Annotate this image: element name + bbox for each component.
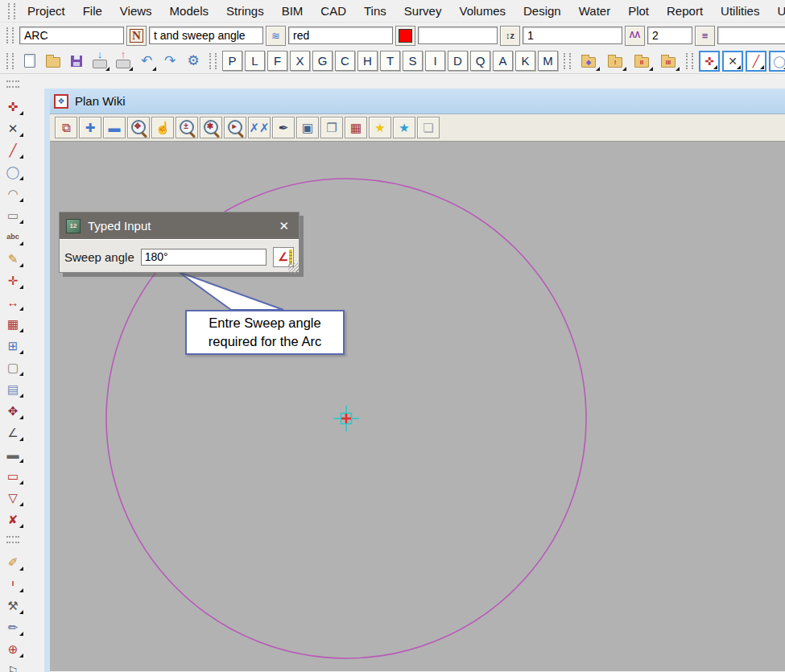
snap-settings-button[interactable]: ✗✗ [248, 117, 271, 138]
models-folder-alt3-button[interactable]: III [656, 51, 680, 72]
new-file-button[interactable] [19, 51, 40, 72]
function-name-input[interactable] [19, 27, 124, 44]
toolbar-grip[interactable] [8, 3, 15, 19]
colour-input[interactable] [288, 27, 393, 44]
measure-button[interactable]: ↔ [2, 292, 24, 311]
toolbar-grip[interactable] [209, 53, 217, 69]
redraw-brush-button[interactable]: ✒ [272, 117, 295, 138]
point-box-button[interactable]: ✛ [2, 270, 24, 290]
menu-views[interactable]: Views [111, 0, 161, 23]
menu-project[interactable]: Project [19, 0, 74, 23]
toolbar-grip[interactable] [564, 53, 571, 69]
linestyle-picker-button[interactable]: ΛΛ [625, 26, 645, 46]
mode-button-i[interactable]: I [425, 51, 445, 71]
zoom-previous-button[interactable]: ▸ [224, 117, 246, 138]
mode-button-f[interactable]: F [267, 51, 287, 71]
arc-button[interactable]: ◠ [2, 183, 24, 203]
tin-input[interactable] [717, 27, 785, 44]
menu-volumes[interactable]: Volumes [450, 0, 514, 23]
settings-gear-button[interactable]: ⚙ [183, 51, 204, 72]
drawing-canvas[interactable]: Entre Sweep angle required for the Arc 1… [50, 142, 785, 671]
freehand-button[interactable]: ✐ [2, 552, 24, 571]
zoom-scale-button[interactable]: ± [176, 117, 198, 138]
open-file-button[interactable] [43, 51, 64, 72]
mode-button-a[interactable]: A [493, 51, 513, 71]
point-button[interactable]: ✜ [2, 97, 24, 116]
plan-window-titlebar[interactable]: ❖ Plan Wiki [50, 89, 785, 114]
mode-button-d[interactable]: D [448, 51, 468, 71]
mode-button-l[interactable]: L [245, 51, 265, 71]
grid-table-button[interactable]: ▦ [2, 314, 24, 333]
zoom-out-button[interactable]: ▬ [103, 117, 126, 138]
copy-view-button[interactable]: ❐ [320, 117, 343, 138]
mode-button-h[interactable]: H [357, 51, 378, 71]
menu-survey[interactable]: Survey [395, 0, 451, 23]
mode-button-m[interactable]: M [538, 51, 558, 71]
section-marker-button[interactable]: ⊕ [2, 639, 24, 658]
rectangle-button[interactable]: ▭ [2, 205, 24, 225]
import-button[interactable]: ↓ [89, 51, 110, 72]
edit-note-button[interactable]: ✏ [2, 617, 24, 637]
menu-models[interactable]: Models [161, 0, 217, 23]
tile-views-button[interactable]: ⧉ [55, 117, 77, 138]
resize-grip[interactable] [288, 263, 299, 274]
mode-button-k[interactable]: K [515, 51, 535, 71]
cad-point-button[interactable]: ✜ [699, 51, 720, 72]
menu-strings[interactable]: Strings [217, 0, 273, 23]
colour-swatch-button[interactable] [395, 26, 415, 46]
toolbar-grip[interactable] [6, 80, 19, 88]
name-toggle-button[interactable]: N [126, 26, 147, 46]
angle-flag-button[interactable]: ⚐ [2, 661, 24, 672]
menu-design[interactable]: Design [514, 0, 570, 23]
image-add-button[interactable]: ▤ [2, 379, 24, 398]
polygon-button[interactable]: ▢ [2, 357, 24, 377]
redo-button[interactable]: ↷ [159, 51, 180, 72]
model-picker-button[interactable]: ≋ [266, 26, 286, 46]
typed-input-titlebar[interactable]: 12 Typed Input ✕ [60, 212, 299, 239]
mode-button-q[interactable]: Q [470, 51, 490, 71]
cad-circle-button[interactable]: ◯ [769, 51, 785, 72]
model-input[interactable] [149, 27, 263, 44]
box-outline-button[interactable]: ▭ [2, 466, 24, 485]
height-input[interactable] [418, 27, 498, 44]
window-layout-button[interactable]: ❏ [417, 117, 440, 138]
snap-cross-button[interactable]: ✕ [2, 118, 24, 138]
shield-button[interactable]: ▽ [2, 488, 24, 507]
view-add-button[interactable]: ⊞ [2, 336, 24, 355]
mode-button-p[interactable]: P [222, 51, 242, 71]
height-mode-button[interactable]: ↕z [500, 26, 520, 46]
circle-button[interactable]: ◯ [2, 162, 24, 181]
menu-cad[interactable]: CAD [312, 0, 355, 23]
models-folder-alt1-button[interactable]: ! [603, 51, 627, 72]
toolbar-grip[interactable] [6, 27, 14, 43]
zoom-centre-button[interactable]: ✱ [200, 117, 222, 138]
colour-profile-button[interactable]: ▬ [2, 444, 24, 464]
menu-tins[interactable]: Tins [355, 0, 395, 23]
toolbar-grip[interactable] [686, 53, 693, 69]
toolbar-grip[interactable] [6, 53, 14, 69]
mode-button-x[interactable]: X [290, 51, 310, 71]
save-button[interactable] [66, 51, 87, 72]
text-style-button[interactable]: I [2, 574, 24, 593]
delete-cross-button[interactable]: ✘ [2, 509, 24, 529]
toolbar-grip[interactable] [6, 536, 19, 543]
print-button[interactable]: ▣ [296, 117, 319, 138]
favourite-star-yellow-button[interactable]: ★ [369, 117, 391, 138]
zoom-in-button[interactable]: ✚ [79, 117, 101, 138]
mode-button-t[interactable]: T [380, 51, 400, 71]
undo-button[interactable]: ↶ [136, 51, 157, 72]
menu-plot[interactable]: Plot [619, 0, 658, 23]
menu-user[interactable]: User [768, 0, 785, 23]
close-icon[interactable]: ✕ [275, 219, 292, 233]
sheet-grid-button[interactable]: ▦ [345, 117, 367, 138]
text-button[interactable]: abc [2, 227, 24, 246]
menu-file[interactable]: File [74, 0, 111, 23]
line-button[interactable]: ╱ [2, 140, 24, 159]
pan-hand-button[interactable]: ☝ [151, 117, 174, 138]
move-button[interactable]: ✥ [2, 401, 24, 420]
menu-bim[interactable]: BIM [273, 0, 312, 23]
export-button[interactable]: ↑ [113, 51, 134, 72]
sweep-angle-input[interactable] [141, 249, 266, 266]
mode-button-g[interactable]: G [312, 51, 333, 71]
menu-water[interactable]: Water [570, 0, 619, 23]
